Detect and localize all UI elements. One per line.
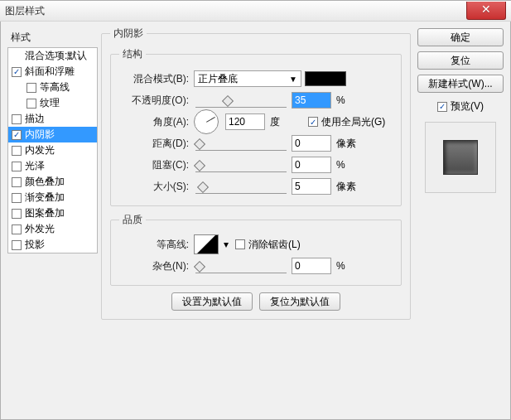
slider-thumb[interactable] [222, 95, 234, 107]
angle-unit: 度 [270, 115, 303, 129]
sidebar-item-9[interactable]: 渐变叠加 [8, 190, 97, 205]
sidebar-item-7[interactable]: 光泽 [8, 158, 97, 174]
noise-slider[interactable] [195, 258, 287, 273]
inner-shadow-panel: 内阴影 结构 混合模式(B): 正片叠底 ▼ 不透明度(O): 35 % [101, 27, 411, 320]
angle-dial[interactable] [194, 109, 219, 134]
choke-unit: % [336, 159, 369, 171]
sidebar-item-8[interactable]: 颜色叠加 [8, 174, 97, 190]
close-button[interactable]: ✕ [466, 2, 506, 20]
contour-picker[interactable] [194, 234, 219, 254]
slider-thumb[interactable] [197, 181, 209, 193]
opacity-slider[interactable] [195, 93, 287, 108]
noise-label: 杂色(N): [119, 259, 194, 273]
distance-unit: 像素 [336, 137, 369, 151]
reset-button[interactable]: 复位 [417, 51, 504, 70]
opacity-input[interactable]: 35 [292, 92, 331, 109]
sidebar-header: 样式 [7, 28, 98, 47]
new-style-button[interactable]: 新建样式(W)... [417, 75, 504, 93]
global-light-checkbox[interactable]: ✓使用全局光(G) [308, 115, 385, 129]
chevron-down-icon[interactable]: ▾ [222, 239, 230, 250]
slider-thumb[interactable] [194, 261, 205, 273]
sidebar-item-label: 图案叠加 [25, 206, 65, 220]
distance-slider[interactable] [195, 136, 287, 151]
checkbox-icon[interactable]: ✓ [12, 130, 22, 140]
sidebar-item-10[interactable]: 图案叠加 [8, 205, 97, 221]
sidebar-item-label: 描边 [25, 112, 45, 126]
panel-title: 内阴影 [110, 27, 147, 41]
blend-mode-value: 正片叠底 [198, 72, 238, 86]
close-icon: ✕ [481, 2, 491, 16]
distance-label: 距离(D): [119, 137, 194, 151]
sidebar-item-label: 混合选项:默认 [25, 49, 87, 63]
quality-group: 品质 等高线: ▾ 消除锯齿(L) 杂色(N): 0 % [110, 213, 402, 286]
sidebar-item-2[interactable]: 等高线 [8, 80, 97, 95]
sidebar-item-3[interactable]: 纹理 [8, 95, 97, 111]
sidebar-item-12[interactable]: 投影 [8, 237, 97, 253]
sidebar-item-5[interactable]: ✓内阴影 [8, 127, 97, 142]
size-slider[interactable] [195, 179, 287, 194]
size-unit: 像素 [336, 180, 369, 194]
shadow-color-swatch[interactable] [305, 71, 346, 86]
checkbox-icon[interactable] [12, 193, 22, 203]
angle-label: 角度(A): [119, 115, 194, 129]
checkbox-icon[interactable] [12, 240, 22, 250]
preview-checkbox[interactable]: ✓预览(V) [417, 99, 504, 113]
ok-button[interactable]: 确定 [417, 28, 504, 46]
preview-label: 预览(V) [451, 99, 484, 113]
sidebar-item-6[interactable]: 内发光 [8, 142, 97, 158]
structure-legend: 结构 [119, 47, 146, 61]
distance-input[interactable]: 0 [292, 135, 331, 152]
antialias-checkbox[interactable]: 消除锯齿(L) [235, 238, 301, 252]
checkbox-icon[interactable]: ✓ [12, 67, 22, 77]
choke-label: 阻塞(C): [119, 158, 194, 172]
slider-thumb[interactable] [194, 160, 205, 171]
checkbox-icon[interactable] [12, 162, 22, 171]
opacity-unit: % [336, 94, 369, 106]
slider-thumb[interactable] [194, 138, 205, 150]
checkbox-icon[interactable] [12, 177, 22, 187]
angle-input[interactable]: 120 [225, 113, 265, 130]
sidebar-item-label: 内阴影 [25, 128, 55, 142]
sidebar-item-label: 渐变叠加 [25, 191, 65, 205]
antialias-label: 消除锯齿(L) [248, 238, 301, 252]
sidebar-item-label: 外发光 [25, 222, 55, 236]
sidebar-item-label: 斜面和浮雕 [25, 65, 75, 79]
sidebar-item-4[interactable]: 描边 [8, 111, 97, 127]
contour-label: 等高线: [119, 238, 194, 252]
sidebar-item-0[interactable]: 混合选项:默认 [8, 48, 97, 64]
blend-mode-combo[interactable]: 正片叠底 ▼ [194, 70, 301, 87]
checkbox-icon[interactable] [27, 99, 36, 109]
window-title: 图层样式 [5, 4, 45, 18]
sidebar-item-label: 内发光 [25, 143, 55, 157]
checkbox-icon[interactable] [12, 146, 22, 156]
sidebar-item-label: 投影 [25, 238, 45, 252]
choke-input[interactable]: 0 [292, 157, 331, 173]
reset-default-button[interactable]: 复位为默认值 [259, 292, 340, 311]
checkbox-icon[interactable] [12, 114, 22, 124]
styles-sidebar: 样式 混合选项:默认✓斜面和浮雕等高线纹理描边✓内阴影内发光光泽颜色叠加渐变叠加… [1, 22, 98, 419]
sidebar-item-1[interactable]: ✓斜面和浮雕 [8, 64, 97, 80]
noise-unit: % [336, 260, 369, 272]
preview-box [425, 122, 496, 193]
structure-group: 结构 混合模式(B): 正片叠底 ▼ 不透明度(O): 35 % 角 [110, 47, 402, 206]
choke-slider[interactable] [195, 157, 287, 172]
blend-mode-label: 混合模式(B): [119, 72, 194, 86]
sidebar-item-label: 等高线 [40, 80, 70, 94]
checkbox-icon[interactable] [27, 83, 36, 93]
noise-input[interactable]: 0 [292, 258, 331, 274]
chevron-down-icon: ▼ [289, 75, 297, 84]
make-default-button[interactable]: 设置为默认值 [171, 292, 253, 311]
sidebar-item-11[interactable]: 外发光 [8, 221, 97, 237]
size-label: 大小(S): [119, 180, 194, 194]
checkbox-icon[interactable] [12, 209, 22, 219]
preview-swatch [443, 140, 478, 175]
checkbox-icon[interactable] [12, 224, 22, 234]
sidebar-item-label: 纹理 [40, 96, 60, 110]
quality-legend: 品质 [119, 213, 146, 227]
global-light-label: 使用全局光(G) [321, 115, 385, 129]
opacity-label: 不透明度(O): [119, 94, 194, 108]
sidebar-item-label: 光泽 [25, 159, 45, 173]
angle-hand [206, 117, 215, 123]
size-input[interactable]: 5 [292, 178, 331, 195]
sidebar-item-label: 颜色叠加 [25, 175, 65, 189]
